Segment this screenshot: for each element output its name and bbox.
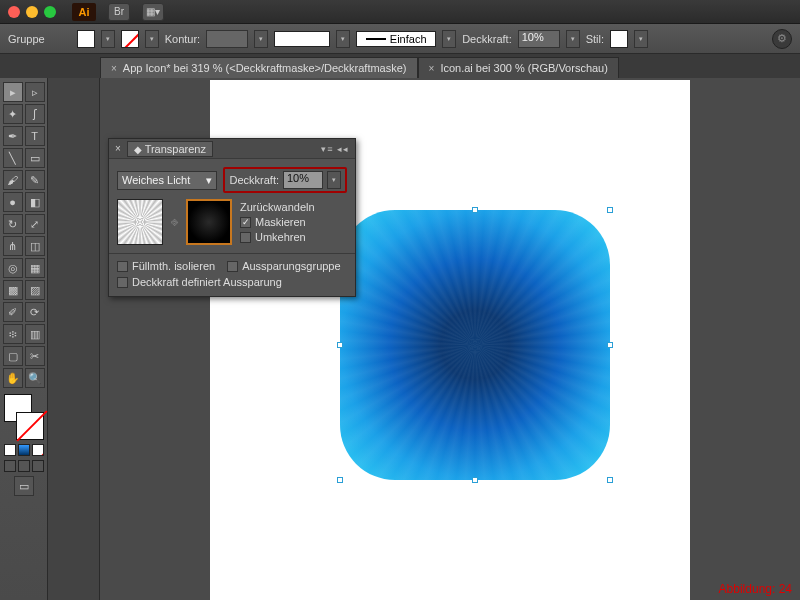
selection-tool[interactable]: ▸	[3, 82, 23, 102]
draw-behind[interactable]	[18, 460, 30, 472]
paintbrush-tool[interactable]: 🖌	[3, 170, 23, 190]
collapsed-panels[interactable]	[48, 78, 100, 600]
selection-handle[interactable]	[472, 477, 478, 483]
bridge-button[interactable]: Br	[108, 3, 130, 21]
tab-close-icon[interactable]: ×	[429, 63, 435, 74]
gradient-mode[interactable]	[18, 444, 30, 456]
perspective-tool[interactable]: ▦	[25, 258, 45, 278]
artboard-tool[interactable]: ▢	[3, 346, 23, 366]
panel-opacity-dd[interactable]: ▾	[327, 171, 341, 189]
style-swatch[interactable]	[610, 30, 628, 48]
graph-tool[interactable]: ▥	[25, 324, 45, 344]
deckkraft-label: Deckkraft:	[462, 33, 512, 45]
hand-tool[interactable]: ✋	[3, 368, 23, 388]
stroke-dropdown[interactable]: ▾	[145, 30, 159, 48]
transparency-panel: × ◆ Transparenz ▾≡ ◂◂ Weiches Licht▾ Dec…	[108, 138, 356, 297]
panel-opacity-input[interactable]: 10%	[283, 171, 323, 189]
screen-mode-button[interactable]: ▭	[14, 476, 34, 496]
stroke-color[interactable]	[16, 412, 44, 440]
fill-stroke-control[interactable]	[4, 394, 44, 440]
stroke-profile[interactable]	[274, 31, 330, 47]
rectangle-tool[interactable]: ▭	[25, 148, 45, 168]
window-close-button[interactable]	[8, 6, 20, 18]
blend-tool[interactable]: ⟳	[25, 302, 45, 322]
fill-swatch[interactable]	[77, 30, 95, 48]
scale-tool[interactable]: ⤢	[25, 214, 45, 234]
invert-checkbox[interactable]: Umkehren	[240, 231, 315, 243]
magic-wand-tool[interactable]: ✦	[3, 104, 23, 124]
color-mode[interactable]	[4, 444, 16, 456]
arrange-button[interactable]: ▦▾	[142, 3, 164, 21]
selection-type-label: Gruppe	[8, 33, 45, 45]
prefs-button[interactable]: ⚙	[772, 29, 792, 49]
lasso-tool[interactable]: ʃ	[25, 104, 45, 124]
free-transform-tool[interactable]: ◫	[25, 236, 45, 256]
selection-handle[interactable]	[337, 477, 343, 483]
panel-tab-title[interactable]: ◆ Transparenz	[127, 141, 213, 157]
selection-handle[interactable]	[472, 207, 478, 213]
release-mask-button[interactable]: Zurückwandeln	[240, 201, 315, 213]
selection-handle[interactable]	[607, 477, 613, 483]
none-mode[interactable]	[32, 444, 44, 456]
tab-label: App Icon* bei 319 % (<Deckkraftmaske>/De…	[123, 62, 407, 74]
stroke-weight-dd[interactable]: ▾	[254, 30, 268, 48]
opacity-label: Deckkraft:	[229, 174, 279, 186]
panel-close-icon[interactable]: ×	[115, 143, 121, 154]
direct-selection-tool[interactable]: ▹	[25, 82, 45, 102]
eraser-tool[interactable]: ◧	[25, 192, 45, 212]
zoom-tool[interactable]: 🔍	[25, 368, 45, 388]
stroke-profile-dd[interactable]: ▾	[336, 30, 350, 48]
panel-menu-icon[interactable]: ▾≡ ◂◂	[321, 144, 349, 154]
symbol-sprayer-tool[interactable]: ፨	[3, 324, 23, 344]
eyedropper-tool[interactable]: ✐	[3, 302, 23, 322]
kontur-label: Kontur:	[165, 33, 200, 45]
isolate-blending-checkbox[interactable]: Füllmth. isolieren	[117, 260, 215, 272]
artwork-thumbnail[interactable]	[117, 199, 163, 245]
tools-panel: ▸▹ ✦ʃ ✒T ╲▭ 🖌✎ ●◧ ↻⤢ ⋔◫ ◎▦ ▩▨ ✐⟳ ፨▥ ▢✂ ✋…	[0, 78, 48, 600]
fill-dropdown[interactable]: ▾	[101, 30, 115, 48]
blend-mode-select[interactable]: Weiches Licht▾	[117, 171, 217, 190]
line-tool[interactable]: ╲	[3, 148, 23, 168]
opacity-defines-knockout-checkbox[interactable]: Deckkraft definiert Aussparung	[117, 276, 347, 288]
stroke-weight-input[interactable]	[206, 30, 248, 48]
draw-normal[interactable]	[4, 460, 16, 472]
brush-style-dd[interactable]: ▾	[442, 30, 456, 48]
rays-overlay	[340, 210, 610, 480]
clip-checkbox[interactable]: ✓Maskieren	[240, 216, 315, 228]
pen-tool[interactable]: ✒	[3, 126, 23, 146]
width-tool[interactable]: ⋔	[3, 236, 23, 256]
opacity-field-highlight: Deckkraft: 10% ▾	[223, 167, 347, 193]
opacity-dd[interactable]: ▾	[566, 30, 580, 48]
figure-caption: Abbildung: 24	[719, 582, 792, 596]
slice-tool[interactable]: ✂	[25, 346, 45, 366]
opacity-input[interactable]: 10%	[518, 30, 560, 48]
gradient-tool[interactable]: ▨	[25, 280, 45, 300]
document-tab-1[interactable]: ×App Icon* bei 319 % (<Deckkraftmaske>/D…	[100, 57, 418, 78]
blob-brush-tool[interactable]: ●	[3, 192, 23, 212]
selection-handle[interactable]	[337, 342, 343, 348]
stroke-swatch[interactable]	[121, 30, 139, 48]
pencil-tool[interactable]: ✎	[25, 170, 45, 190]
selection-handle[interactable]	[607, 342, 613, 348]
draw-inside[interactable]	[32, 460, 44, 472]
app-icon-artwork[interactable]	[340, 210, 610, 480]
style-dd[interactable]: ▾	[634, 30, 648, 48]
app-logo: Ai	[72, 3, 96, 21]
window-minimize-button[interactable]	[26, 6, 38, 18]
mesh-tool[interactable]: ▩	[3, 280, 23, 300]
type-tool[interactable]: T	[25, 126, 45, 146]
brush-style[interactable]: Einfach	[356, 31, 436, 47]
selection-handle[interactable]	[607, 207, 613, 213]
shape-builder-tool[interactable]: ◎	[3, 258, 23, 278]
rotate-tool[interactable]: ↻	[3, 214, 23, 234]
document-tab-2[interactable]: ×Icon.ai bei 300 % (RGB/Vorschau)	[418, 57, 619, 78]
link-icon[interactable]: ⎆	[171, 215, 178, 229]
stil-label: Stil:	[586, 33, 604, 45]
tab-label: Icon.ai bei 300 % (RGB/Vorschau)	[440, 62, 608, 74]
tab-close-icon[interactable]: ×	[111, 63, 117, 74]
window-maximize-button[interactable]	[44, 6, 56, 18]
knockout-group-checkbox[interactable]: Aussparungsgruppe	[227, 260, 340, 272]
mask-thumbnail[interactable]	[186, 199, 232, 245]
